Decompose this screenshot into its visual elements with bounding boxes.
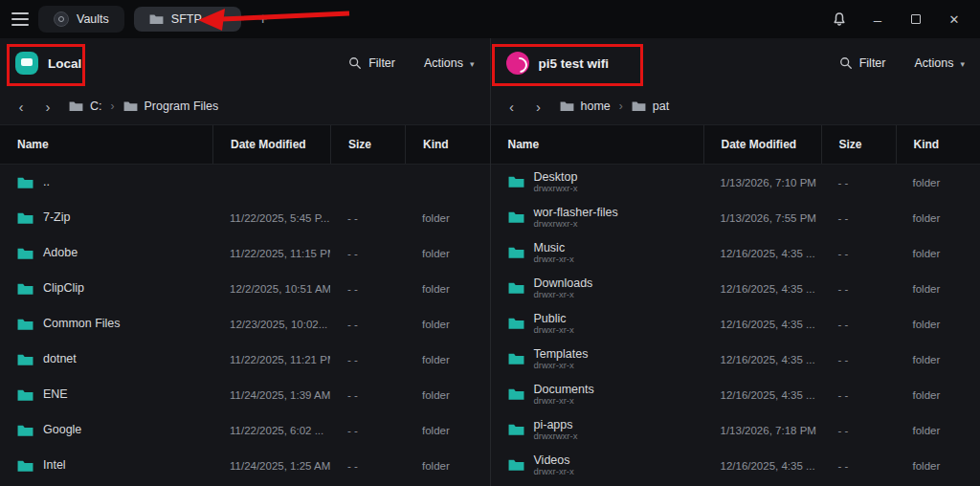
- dual-pane-container: Local Filter Actions ▾ ‹ ›: [0, 38, 980, 486]
- file-kind: folder: [405, 389, 490, 401]
- file-name: Google: [43, 423, 81, 436]
- local-actions-button[interactable]: Actions ▾: [424, 56, 475, 70]
- file-size: - -: [821, 248, 896, 259]
- column-header-kind[interactable]: Kind: [896, 125, 980, 164]
- file-kind: folder: [896, 319, 980, 330]
- file-row[interactable]: Public drwxr-xr-x 12/16/2025, 4:35 ... -…: [491, 306, 980, 342]
- file-row[interactable]: Desktop drwxrwxr-x 1/13/2026, 7:10 PM - …: [491, 165, 980, 200]
- file-kind: folder: [405, 283, 490, 295]
- file-size: - -: [330, 212, 405, 224]
- tab-sftp-label: SFTP: [171, 12, 202, 26]
- maximize-button[interactable]: [902, 6, 930, 33]
- chevron-down-icon: ▾: [960, 59, 965, 69]
- file-row[interactable]: Templates drwxr-xr-x 12/16/2025, 4:35 ..…: [491, 342, 980, 377]
- file-row[interactable]: 7-Zip 11/22/2025, 5:45 P... - - folder: [0, 200, 490, 235]
- file-permissions: drwxrwxr-x: [534, 431, 578, 442]
- file-name: ..: [43, 175, 50, 188]
- remote-actions-button[interactable]: Actions ▾: [914, 56, 965, 70]
- tab-sftp[interactable]: SFTP: [134, 7, 241, 32]
- folder-icon: [508, 387, 524, 401]
- folder-icon: [17, 388, 33, 402]
- file-row[interactable]: Videos drwxr-xr-x 12/16/2025, 4:35 ... -…: [491, 448, 980, 483]
- column-header-name[interactable]: Name: [491, 125, 703, 164]
- column-header-size[interactable]: Size: [821, 125, 896, 164]
- file-row[interactable]: Common Files 12/23/2025, 10:02... - - fo…: [0, 306, 490, 342]
- tab-vaults[interactable]: Vaults: [38, 6, 124, 33]
- file-row[interactable]: pi-apps drwxrwxr-x 1/13/2026, 7:18 PM - …: [491, 412, 980, 448]
- file-kind: folder: [896, 460, 980, 472]
- file-kind: folder: [405, 460, 490, 472]
- back-button[interactable]: ‹: [15, 99, 27, 114]
- forward-button[interactable]: ›: [42, 99, 54, 114]
- breadcrumb-item-home[interactable]: home: [560, 99, 611, 113]
- remote-breadcrumb-bar: ‹ › home › pat: [491, 88, 980, 124]
- file-row[interactable]: Intel 11/24/2025, 1:25 AM - - folder: [0, 448, 490, 483]
- chevron-down-icon: ▾: [470, 59, 475, 69]
- folder-icon: [508, 317, 524, 330]
- local-pane-title[interactable]: Local: [15, 52, 81, 75]
- file-kind: folder: [896, 212, 980, 224]
- file-row[interactable]: wor-flasher-files drwxrwxr-x 1/13/2026, …: [491, 200, 980, 235]
- column-header-date[interactable]: Date Modified: [703, 125, 821, 164]
- file-row[interactable]: Downloads drwxr-xr-x 12/16/2025, 4:35 ..…: [491, 271, 980, 306]
- file-row[interactable]: Google 11/22/2025, 6:02 ... - - folder: [0, 412, 490, 448]
- new-tab-button[interactable]: +: [251, 10, 276, 29]
- file-size: - -: [330, 425, 405, 436]
- file-name: Videos: [534, 453, 574, 467]
- file-name: Common Files: [43, 317, 121, 330]
- file-date: 11/24/2025, 1:25 AM: [212, 460, 330, 472]
- file-name: Adobe: [43, 246, 78, 259]
- titlebar: Vaults SFTP + – ✕: [0, 0, 980, 38]
- file-row[interactable]: ..: [0, 165, 490, 200]
- column-header-name[interactable]: Name: [0, 125, 212, 164]
- folder-icon: [123, 100, 138, 112]
- file-date: 1/13/2026, 7:55 PM: [703, 212, 821, 224]
- file-kind: folder: [896, 177, 980, 188]
- menu-icon[interactable]: [11, 12, 29, 26]
- file-permissions: drwxrwxr-x: [534, 219, 618, 230]
- file-date: 12/16/2025, 4:35 ...: [703, 283, 821, 295]
- folder-icon: [17, 282, 33, 296]
- file-size: - -: [330, 248, 405, 259]
- column-header-size[interactable]: Size: [330, 125, 405, 164]
- breadcrumb-item-folder[interactable]: Program Files: [123, 99, 219, 113]
- file-name: ClipClip: [43, 281, 84, 295]
- file-size: - -: [821, 319, 896, 330]
- file-permissions: drwxr-xr-x: [534, 361, 589, 371]
- file-name: Downloads: [534, 276, 593, 290]
- folder-icon: [508, 458, 524, 472]
- folder-icon: [17, 247, 33, 260]
- breadcrumb-item-user[interactable]: pat: [632, 99, 669, 113]
- close-button[interactable]: ✕: [940, 6, 969, 33]
- file-row[interactable]: Adobe 11/22/2025, 11:15 PM - - folder: [0, 235, 490, 271]
- file-name: dotnet: [43, 352, 77, 365]
- file-row[interactable]: Documents drwxr-xr-x 12/16/2025, 4:35 ..…: [491, 377, 980, 412]
- folder-icon: [149, 13, 164, 25]
- file-kind: folder: [896, 283, 980, 295]
- file-date: 1/13/2026, 7:10 PM: [703, 177, 821, 188]
- file-kind: folder: [896, 425, 980, 436]
- remote-host-icon: [506, 52, 529, 75]
- file-row[interactable]: Music drwxr-xr-x 12/16/2025, 4:35 ... - …: [491, 235, 980, 271]
- remote-pane-header: pi5 test wifi Filter Actions ▾: [491, 38, 980, 88]
- folder-icon: [17, 459, 33, 473]
- notifications-bell-icon[interactable]: [825, 6, 854, 33]
- column-header-date[interactable]: Date Modified: [212, 125, 330, 164]
- file-kind: folder: [896, 389, 980, 401]
- forward-button[interactable]: ›: [533, 99, 545, 114]
- back-button[interactable]: ‹: [506, 99, 518, 114]
- file-row[interactable]: dotnet 11/22/2025, 11:21 PM - - folder: [0, 342, 490, 377]
- breadcrumb-item-drive[interactable]: C:: [69, 99, 102, 113]
- local-filter-button[interactable]: Filter: [348, 56, 395, 70]
- column-header-kind[interactable]: Kind: [405, 125, 490, 164]
- local-table-header: Name Date Modified Size Kind: [0, 124, 490, 165]
- remote-pane-title[interactable]: pi5 test wifi: [506, 52, 610, 75]
- file-row[interactable]: ClipClip 12/2/2025, 10:51 AM - - folder: [0, 271, 490, 306]
- file-row[interactable]: ENE 11/24/2025, 1:39 AM - - folder: [0, 377, 490, 412]
- file-name: Desktop: [534, 170, 578, 184]
- file-permissions: drwxr-xr-x: [534, 290, 593, 300]
- remote-filter-button[interactable]: Filter: [839, 56, 886, 70]
- minimize-button[interactable]: –: [863, 6, 892, 33]
- folder-icon: [17, 353, 33, 366]
- file-date: 11/22/2025, 5:45 P...: [212, 212, 330, 224]
